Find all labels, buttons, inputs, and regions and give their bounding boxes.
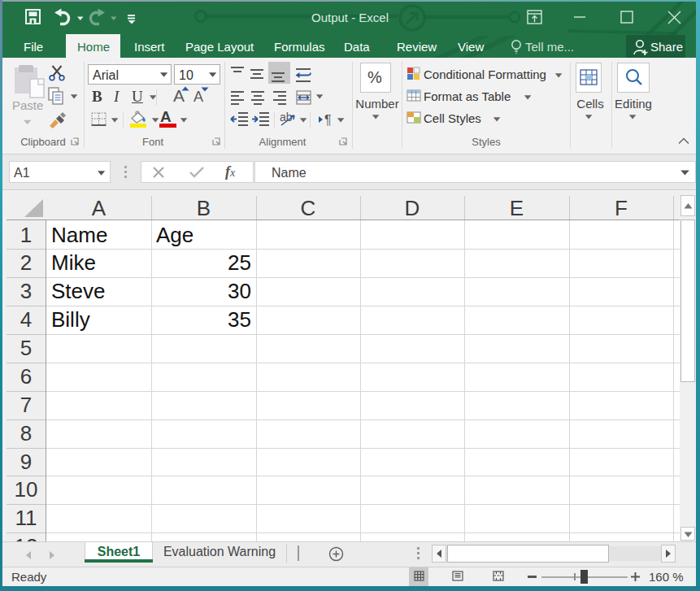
svg-text:¶: ¶ <box>324 113 332 127</box>
